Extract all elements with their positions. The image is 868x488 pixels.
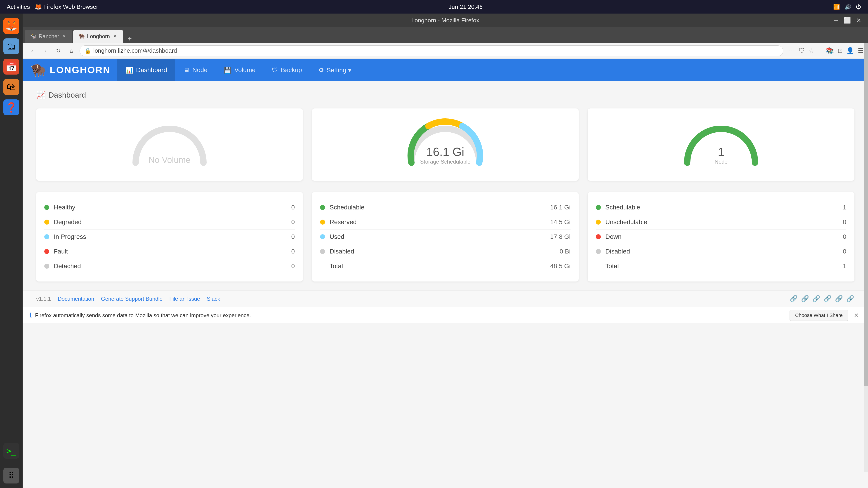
footer-icon-4[interactable]: 🔗 (824, 295, 832, 303)
scroll-thumb[interactable] (864, 43, 868, 386)
bookmarks-icon[interactable]: 📚 (826, 47, 834, 55)
sidebar-icon-firefox[interactable]: 🦊 (3, 18, 19, 34)
reload-button[interactable]: ↻ (53, 46, 63, 56)
storage-value: 16.1 Gi (405, 145, 486, 159)
node-total-label: Total (605, 263, 843, 270)
sidebar-toggle-icon[interactable]: ⊡ (837, 47, 843, 55)
node-icon: 🖥 (183, 66, 190, 74)
nav-dashboard[interactable]: 📊 Dashboard (117, 59, 175, 81)
reserved-dot (320, 220, 325, 225)
detached-label: Detached (54, 263, 291, 270)
node-stat-disabled: Disabled 0 (596, 244, 846, 259)
nav-volume[interactable]: 💾 Volume (216, 59, 264, 81)
notification-close-icon[interactable]: ✕ (851, 312, 861, 319)
schedulable-storage-dot (320, 205, 325, 210)
sidebar-icon-files[interactable]: 🗂 (3, 38, 19, 54)
tab-longhorn[interactable]: 🦬 Longhorn ✕ (73, 30, 123, 43)
nav-setting[interactable]: ⚙ Setting ▾ (310, 59, 360, 81)
address-input-container[interactable]: 🔒 longhorn.lizhe.com/#/dashboard (80, 45, 783, 56)
network-icon[interactable]: 📶 (833, 4, 840, 10)
nav-node[interactable]: 🖥 Node (175, 59, 216, 81)
tabs-bar: 🐄 Rancher ✕ 🦬 Longhorn ✕ + (23, 27, 868, 43)
stats-item-inprogress: In Progress 0 (44, 230, 295, 244)
stats-card-node: Schedulable 1 Unschedulable 0 Down 0 (588, 192, 855, 282)
node-disabled-label: Disabled (605, 248, 843, 255)
footer-icon-1[interactable]: 🔗 (790, 295, 798, 303)
shield-icon[interactable]: 🛡 (799, 47, 805, 55)
profile-icon[interactable]: 👤 (846, 47, 854, 55)
unschedulable-label: Unschedulable (605, 219, 843, 226)
storage-label: Storage Schedulable (405, 159, 486, 165)
gauge-volume-text: No Volume (129, 155, 210, 165)
footer-icon-5[interactable]: 🔗 (835, 295, 843, 303)
sidebar-icon-calendar[interactable]: 📅 (3, 59, 19, 74)
degraded-label: Degraded (54, 219, 291, 226)
stats-item-degraded: Degraded 0 (44, 215, 295, 230)
storage-disabled-dot (320, 249, 325, 254)
nav-setting-label: Setting ▾ (327, 66, 351, 74)
app-area: 🦬 LONGHORN 📊 Dashboard 🖥 Node 💾 Volume (23, 59, 868, 488)
unschedulable-value: 0 (843, 219, 846, 226)
stats-card-storage: Schedulable 16.1 Gi Reserved 14.5 Gi Use… (312, 192, 579, 282)
gauge-storage-container: 16.1 Gi Storage Schedulable (405, 118, 486, 167)
footer-icon-6[interactable]: 🔗 (846, 295, 855, 303)
os-bar: Activities 🦊 Firefox Web Browser Jun 21 … (0, 0, 868, 13)
back-button[interactable]: ‹ (27, 46, 37, 56)
footer: v1.1.1 Documentation Generate Support Bu… (23, 291, 868, 307)
power-icon[interactable]: ⏻ (856, 4, 861, 10)
notif-info-icon: ℹ (29, 312, 32, 319)
footer-icon-3[interactable]: 🔗 (812, 295, 820, 303)
close-btn[interactable]: ✕ (856, 17, 861, 24)
gauge-node-text: 1 Node (680, 145, 762, 165)
rancher-tab-close[interactable]: ✕ (61, 34, 67, 39)
sidebar-icon-apps[interactable]: ⠿ (3, 468, 19, 484)
browser-titlebar: Longhorn - Mozilla Firefox ─ ⬜ ✕ (23, 13, 868, 27)
activities-label[interactable]: Activities (7, 3, 30, 10)
dashboard-icon: 📊 (125, 66, 133, 74)
scroll-track[interactable] (864, 43, 868, 472)
file-issue-link[interactable]: File an Issue (169, 296, 200, 302)
schedulable-node-label: Schedulable (605, 204, 843, 211)
storage-total-label: Total (330, 263, 550, 270)
support-bundle-link[interactable]: Generate Support Bundle (101, 296, 162, 302)
longhorn-tab-close[interactable]: ✕ (112, 34, 118, 39)
longhorn-logo-text: LONGHORN (50, 65, 111, 75)
gauge-storage-text: 16.1 Gi Storage Schedulable (405, 145, 486, 165)
schedulable-storage-label: Schedulable (330, 204, 550, 211)
used-label: Used (330, 233, 550, 240)
star-icon[interactable]: ☆ (809, 47, 814, 55)
dashboard-content: 📈 Dashboard No Volume (23, 81, 868, 291)
datetime: Jun 21 20:46 (449, 3, 483, 10)
volume-icon[interactable]: 🔊 (844, 4, 851, 10)
longhorn-tab-icon: 🦬 (79, 33, 85, 39)
minimize-btn[interactable]: ─ (834, 17, 838, 24)
slack-link[interactable]: Slack (207, 296, 220, 302)
version-label: v1.1.1 (36, 296, 51, 302)
longhorn-header: 🦬 LONGHORN 📊 Dashboard 🖥 Node 💾 Volume (23, 59, 868, 81)
stats-row: Healthy 0 Degraded 0 In Progress 0 (36, 192, 855, 282)
healthy-label: Healthy (54, 204, 291, 211)
choose-what-share-button[interactable]: Choose What I Share (789, 310, 848, 321)
unschedulable-dot (596, 220, 601, 225)
more-icon[interactable]: ⋯ (789, 47, 795, 55)
gauge-volume-container: No Volume (129, 118, 210, 167)
new-tab-button[interactable]: + (125, 35, 134, 43)
documentation-link[interactable]: Documentation (58, 296, 94, 302)
setting-icon: ⚙ (318, 66, 324, 74)
used-value: 17.8 Gi (550, 233, 570, 240)
svg-text:🦬: 🦬 (31, 63, 45, 78)
footer-icons: 🔗 🔗 🔗 🔗 🔗 🔗 (790, 295, 855, 303)
tab-rancher[interactable]: 🐄 Rancher ✕ (25, 30, 72, 43)
sidebar-icon-help[interactable]: ❓ (3, 99, 19, 115)
sidebar-icon-terminal[interactable]: >_ (3, 443, 19, 459)
restore-btn[interactable]: ⬜ (844, 17, 851, 24)
address-url: longhorn.lizhe.com/#/dashboard (93, 47, 177, 54)
menu-icon[interactable]: ☰ (858, 47, 864, 55)
home-button[interactable]: ⌂ (66, 46, 76, 56)
gauge-card-volume: No Volume (36, 108, 303, 181)
down-label: Down (605, 233, 843, 240)
nav-backup[interactable]: 🛡 Backup (264, 59, 310, 81)
forward-button[interactable]: › (40, 46, 50, 56)
sidebar-icon-software[interactable]: 🛍 (3, 79, 19, 95)
footer-icon-2[interactable]: 🔗 (801, 295, 809, 303)
